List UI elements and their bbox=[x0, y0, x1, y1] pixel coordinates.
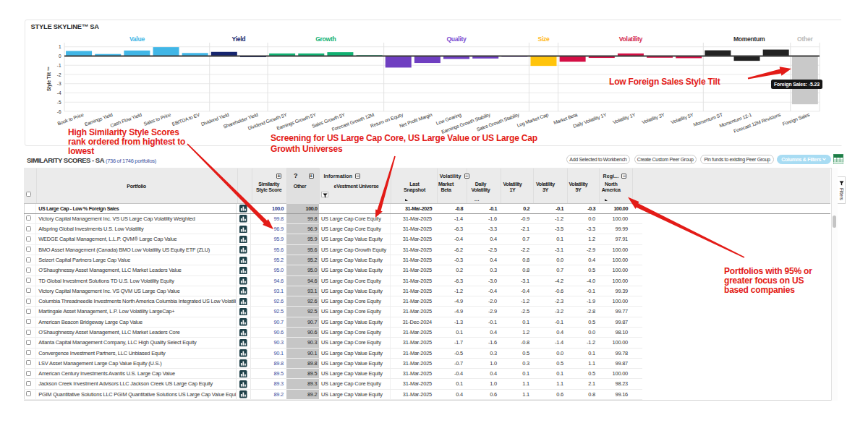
svg-text:-6: -6 bbox=[57, 109, 61, 114]
svg-text:Yield: Yield bbox=[232, 35, 246, 43]
svg-text:Volatility: Volatility bbox=[619, 35, 643, 43]
svg-text:STYLE SKYLINE™ SA: STYLE SKYLINE™ SA bbox=[31, 23, 100, 30]
svg-text:-3: -3 bbox=[57, 81, 61, 86]
svg-text:-1: -1 bbox=[57, 63, 61, 68]
svg-text:1: 1 bbox=[59, 44, 61, 49]
svg-text:Value: Value bbox=[129, 35, 145, 43]
svg-text:Other: Other bbox=[797, 35, 813, 43]
svg-text:-2: -2 bbox=[57, 72, 61, 77]
svg-text:Growth: Growth bbox=[315, 35, 336, 43]
svg-text:-4: -4 bbox=[57, 90, 61, 95]
svg-text:0: 0 bbox=[59, 54, 61, 59]
svg-text:Quality: Quality bbox=[446, 35, 467, 43]
svg-text:Style Tilt ™: Style Tilt ™ bbox=[46, 67, 52, 91]
svg-text:-5: -5 bbox=[57, 100, 61, 105]
svg-text:Size: Size bbox=[538, 35, 550, 43]
svg-text:Momentum: Momentum bbox=[733, 35, 765, 43]
